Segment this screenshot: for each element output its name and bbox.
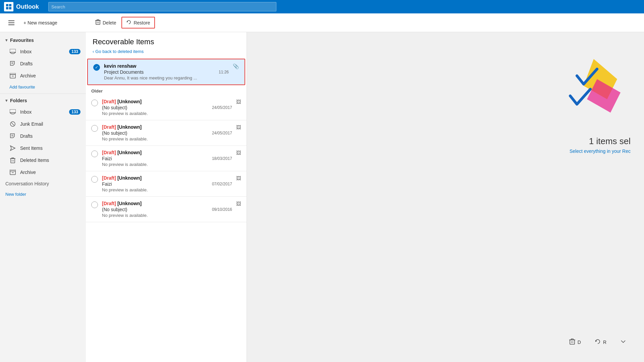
email-subject-3: Faizi	[102, 156, 112, 161]
email-list-container: Recoverable Items ‹ Go back to deleted i…	[86, 32, 247, 362]
email-subject-row-4: Faizi 07/02/2017	[102, 181, 232, 187]
folders-section-header[interactable]: ▾ Folders	[0, 95, 86, 106]
deleted-icon	[9, 157, 16, 164]
svg-rect-6	[8, 24, 14, 25]
sidebar-item-drafts-fav[interactable]: Drafts	[0, 58, 86, 70]
delete-trash-icon	[95, 19, 101, 26]
restore-icon	[126, 19, 131, 26]
selection-info: 1 items sel Select everything in your Re…	[570, 136, 631, 154]
svg-line-15	[11, 123, 14, 125]
email-time-selected: 11:26	[219, 70, 229, 74]
email-item-3[interactable]: [Draft] [Unknown] Faizi 18/03/2017 No pr…	[86, 146, 247, 171]
sidebar-drafts-label: Drafts	[20, 133, 80, 139]
restore-button[interactable]: Restore	[121, 17, 155, 28]
sidebar-divider-1	[0, 94, 86, 94]
email-content-selected: kevin renshaw Project Documents 11:26 De…	[104, 63, 229, 80]
favourites-label: Favourites	[10, 38, 34, 43]
email-preview-3: No preview is available.	[102, 162, 232, 167]
email-img-icon-1: 🖼	[236, 99, 241, 105]
svg-rect-5	[8, 22, 14, 23]
inbox-icon	[9, 48, 16, 55]
right-panel: 1 items sel Select everything in your Re…	[247, 32, 644, 362]
email-radio-4[interactable]	[91, 176, 98, 183]
bottom-actions: D R	[565, 336, 631, 349]
email-item-5[interactable]: [Draft] [Unknown] (No subject) 09/10/201…	[86, 197, 247, 222]
sidebar-item-deleted[interactable]: Deleted Items	[0, 154, 86, 166]
hamburger-button[interactable]	[5, 17, 17, 29]
email-radio-2[interactable]	[91, 125, 98, 132]
sidebar-sent-label: Sent Items	[20, 145, 80, 151]
chevron-down-icon	[620, 338, 627, 346]
email-subject-selected: Project Documents	[104, 69, 144, 75]
new-folder-link[interactable]: New folder	[0, 189, 86, 199]
email-subject-4: Faizi	[102, 181, 112, 187]
email-img-icon-2: 🖼	[236, 124, 241, 130]
bottom-delete-button[interactable]: D	[565, 336, 585, 349]
sidebar-item-drafts[interactable]: Drafts	[0, 130, 86, 142]
sidebar-toolbar: + New message	[0, 13, 86, 32]
sidebar-item-junk[interactable]: Junk Email	[0, 118, 86, 130]
email-radio-5[interactable]	[91, 201, 98, 208]
app-name: Outlook	[16, 3, 39, 10]
svg-rect-13	[10, 109, 16, 113]
sidebar-inbox-fav-label: Inbox	[20, 49, 65, 54]
logo-icon	[4, 2, 13, 11]
sidebar-item-archive-fav[interactable]: Archive	[0, 70, 86, 82]
sidebar-item-conversation-history[interactable]: Conversation History	[0, 178, 86, 189]
bottom-restore-icon	[594, 338, 601, 346]
email-content-2: [Draft] [Unknown] (No subject) 24/05/201…	[102, 124, 232, 141]
svg-marker-18	[10, 146, 15, 150]
email-sender-5: [Draft] [Unknown]	[102, 201, 232, 206]
sidebar-nav: ▾ Favourites Inbox 133 Drafts	[0, 32, 86, 202]
drafts-fav-icon	[9, 60, 16, 67]
search-box[interactable]: Search	[48, 2, 276, 11]
email-img-icon-4: 🖼	[236, 175, 241, 181]
sidebar-item-sent[interactable]: Sent Items	[0, 142, 86, 154]
draft-label-1: [Draft]	[102, 99, 116, 104]
email-sender-3: [Draft] [Unknown]	[102, 150, 232, 155]
bottom-expand-button[interactable]	[616, 336, 631, 349]
email-radio-selected[interactable]: ✓	[93, 64, 100, 71]
check-illustration-container	[550, 52, 624, 121]
email-item-1[interactable]: [Draft] [Unknown] (No subject) 24/05/201…	[86, 95, 247, 120]
email-radio-3[interactable]	[91, 150, 98, 157]
sidebar-item-archive[interactable]: Archive	[0, 166, 86, 178]
email-preview-2: No preview is available.	[102, 136, 232, 141]
email-item-selected[interactable]: ✓ kevin renshaw Project Documents 11:26 …	[87, 59, 245, 85]
app-header: Outlook Search	[0, 0, 644, 13]
new-message-button[interactable]: + New message	[20, 18, 61, 27]
folders-chevron-icon: ▾	[5, 98, 7, 103]
email-radio-1[interactable]	[91, 100, 98, 106]
email-item-2[interactable]: [Draft] [Unknown] (No subject) 24/05/201…	[86, 120, 247, 146]
bottom-restore-label: R	[603, 340, 606, 345]
email-subject-row-2: (No subject) 24/05/2017	[102, 130, 232, 136]
sidebar-item-inbox[interactable]: Inbox 133	[0, 106, 86, 118]
favourites-section-header[interactable]: ▾ Favourites	[0, 35, 86, 46]
go-back-label: Go back to deleted items	[95, 49, 144, 54]
email-preview-1: No preview is available.	[102, 111, 232, 116]
favourites-chevron-icon: ▾	[5, 38, 7, 43]
attachment-icon: 📎	[233, 63, 239, 69]
go-back-link[interactable]: ‹ Go back to deleted items	[93, 46, 240, 57]
sidebar-archive-label: Archive	[20, 170, 80, 175]
folders-label: Folders	[10, 98, 27, 103]
draft-label-5: [Draft]	[102, 201, 116, 206]
select-everything-link[interactable]: Select everything in your Rec	[570, 148, 631, 154]
email-content-4: [Draft] [Unknown] Faizi 07/02/2017 No pr…	[102, 175, 232, 192]
recoverable-title: Recoverable Items	[93, 38, 240, 46]
sent-icon	[9, 145, 16, 152]
delete-button[interactable]: Delete	[91, 17, 120, 28]
older-section-label: Older	[86, 86, 247, 95]
middle-right-container: Delete Restore Recoverable Items ‹ Go ba…	[86, 13, 644, 362]
add-favourite-link[interactable]: Add favourite	[0, 82, 86, 92]
email-item-4[interactable]: [Draft] [Unknown] Faizi 07/02/2017 No pr…	[86, 171, 247, 197]
recoverable-header: Recoverable Items ‹ Go back to deleted i…	[86, 32, 247, 58]
check-illustration	[550, 52, 624, 119]
bottom-restore-button[interactable]: R	[590, 336, 610, 349]
email-time-3: 18/03/2017	[212, 156, 232, 161]
sidebar-drafts-fav-label: Drafts	[20, 61, 80, 66]
sidebar-item-inbox-fav[interactable]: Inbox 133	[0, 46, 86, 58]
draft-label-3: [Draft]	[102, 150, 116, 155]
email-sender-1: [Draft] [Unknown]	[102, 99, 232, 104]
email-preview-5: No preview is available.	[102, 213, 232, 218]
